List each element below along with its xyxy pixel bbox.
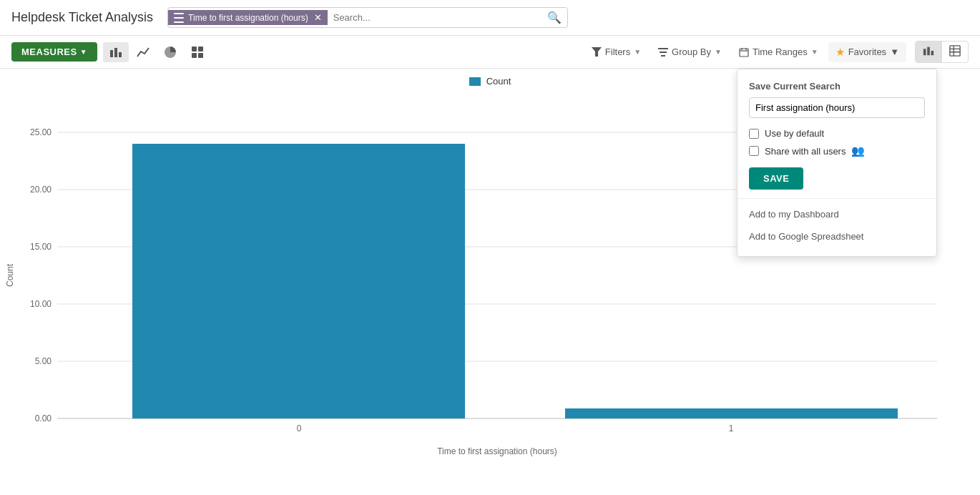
- share-with-users-row: Share with all users 👥: [738, 142, 936, 160]
- use-by-default-label[interactable]: Use by default: [765, 128, 824, 139]
- svg-text:1: 1: [729, 423, 734, 433]
- measures-arrow: ▼: [80, 48, 87, 56]
- search-input[interactable]: [328, 9, 542, 26]
- search-button[interactable]: 🔍: [542, 8, 567, 27]
- measures-label: MEASURES: [21, 46, 77, 57]
- svg-rect-10: [661, 55, 665, 57]
- group-by-label: Group By: [672, 46, 711, 57]
- list-icon: [174, 13, 184, 23]
- line-chart-button[interactable]: [130, 42, 156, 62]
- svg-rect-6: [198, 53, 203, 58]
- search-tag-text: Time to first assignation (hours): [188, 13, 308, 23]
- dropdown-divider: [738, 198, 936, 199]
- save-search-title: Save Current Search: [738, 78, 936, 97]
- favorites-label: Favorites: [848, 46, 886, 57]
- svg-rect-1: [114, 48, 117, 57]
- filters-arrow: ▼: [634, 48, 641, 56]
- search-tag: Time to first assignation (hours) ✕: [168, 10, 328, 25]
- add-dashboard-link[interactable]: Add to my Dashboard: [738, 203, 936, 225]
- pie-chart-button[interactable]: [157, 42, 183, 62]
- svg-text:5.00: 5.00: [35, 356, 52, 366]
- svg-text:0.00: 0.00: [35, 413, 52, 423]
- bar-0[interactable]: [132, 144, 465, 418]
- svg-text:10.00: 10.00: [30, 299, 52, 309]
- table-view-button[interactable]: [942, 41, 968, 62]
- svg-rect-4: [198, 46, 203, 52]
- svg-text:20.00: 20.00: [30, 185, 52, 195]
- svg-marker-7: [592, 47, 602, 57]
- header: Helpdesk Ticket Analysis Time to first a…: [0, 0, 980, 36]
- svg-text:25.00: 25.00: [30, 127, 52, 137]
- svg-rect-3: [192, 46, 197, 52]
- time-ranges-button[interactable]: Time Ranges ▼: [732, 43, 825, 61]
- filters-label: Filters: [605, 46, 630, 57]
- use-by-default-checkbox[interactable]: [749, 129, 759, 139]
- svg-rect-16: [927, 47, 930, 56]
- bar-1[interactable]: [565, 408, 898, 418]
- svg-rect-11: [740, 49, 748, 57]
- svg-text:Count: Count: [5, 263, 15, 287]
- view-type-buttons: [915, 41, 969, 63]
- pivot-button[interactable]: [185, 42, 210, 62]
- star-icon: ★: [836, 46, 845, 59]
- svg-rect-15: [923, 49, 926, 55]
- legend-color: [469, 77, 481, 86]
- bar-chart-button[interactable]: [103, 42, 129, 62]
- time-ranges-arrow: ▼: [811, 48, 818, 56]
- add-spreadsheet-link[interactable]: Add to Google Spreadsheet: [738, 225, 936, 248]
- svg-rect-9: [660, 52, 667, 53]
- search-bar: Time to first assignation (hours) ✕ 🔍: [167, 7, 568, 28]
- svg-rect-2: [119, 52, 122, 57]
- share-with-users-checkbox[interactable]: [749, 146, 759, 156]
- measures-button[interactable]: MEASURES ▼: [11, 42, 97, 62]
- graph-view-button[interactable]: [916, 41, 942, 62]
- svg-text:15.00: 15.00: [30, 242, 52, 252]
- search-tag-close[interactable]: ✕: [314, 12, 322, 23]
- favorites-arrow: ▼: [890, 46, 899, 57]
- users-icon: 👥: [851, 144, 865, 157]
- svg-text:Time to first assignation (hou: Time to first assignation (hours): [437, 446, 557, 456]
- page-title: Helpdesk Ticket Analysis: [11, 10, 153, 25]
- save-search-button[interactable]: SAVE: [749, 167, 803, 190]
- svg-rect-0: [110, 50, 113, 57]
- favorites-dropdown: Save Current Search Use by default Share…: [737, 69, 937, 257]
- use-by-default-row: Use by default: [738, 125, 936, 142]
- group-by-button[interactable]: Group By ▼: [651, 43, 729, 61]
- svg-rect-17: [931, 51, 934, 55]
- save-search-input[interactable]: [749, 97, 925, 118]
- svg-rect-18: [950, 46, 960, 56]
- toolbar: MEASURES ▼ Filters ▼ Group By ▼ Time Ra: [0, 36, 980, 69]
- svg-rect-8: [658, 48, 668, 49]
- chart-type-buttons: [103, 42, 210, 62]
- group-by-arrow: ▼: [715, 48, 722, 56]
- legend-label: Count: [486, 76, 511, 87]
- favorites-button[interactable]: ★ Favorites ▼: [828, 42, 906, 62]
- svg-rect-5: [192, 53, 197, 58]
- filters-button[interactable]: Filters ▼: [584, 43, 648, 61]
- svg-text:0: 0: [297, 423, 302, 433]
- time-ranges-label: Time Ranges: [753, 46, 808, 57]
- share-with-users-label[interactable]: Share with all users: [765, 146, 846, 157]
- toolbar-right: Filters ▼ Group By ▼ Time Ranges ▼ ★ Fav…: [584, 41, 969, 63]
